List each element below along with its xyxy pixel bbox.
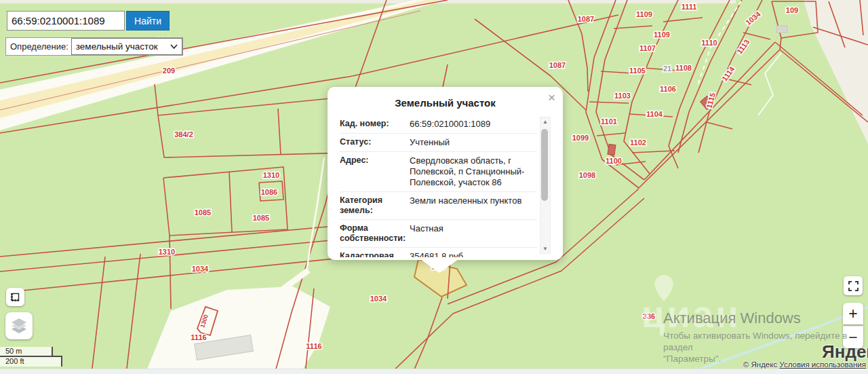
parcel-label: 1087 [578,15,594,23]
building [608,144,616,155]
popup-row-value: Учтенный [406,137,450,148]
popup-row-value: Земли населенных пунктов [406,195,521,216]
top-road-strip [0,0,736,3]
parcel-label: 1085 [195,208,211,217]
layers-button[interactable] [5,312,33,339]
parcel-label: 1116 [191,333,206,341]
popup-scrollbar[interactable]: ▲ ▼ [540,117,551,254]
search-input[interactable] [7,11,125,31]
close-icon[interactable]: × [548,91,555,104]
parcel-label: 1109 [654,31,670,39]
popup-row: Форма собственности:Частная [340,220,537,248]
parcel-label: 1106 [660,85,676,93]
fullscreen-icon [848,281,859,291]
info-popup: Земельный участок × Кад. номер:66:59:021… [328,87,563,260]
parcel-label: 1116 [306,342,321,350]
scroll-down-icon[interactable]: ▼ [540,246,550,252]
copyright: © Яндекс [743,360,777,369]
parcel-label: 1110 [701,39,717,47]
parcel-label: 21 [663,64,671,73]
measure-icon [9,291,21,303]
parcel-label: 384/2 [174,130,193,138]
filter-label: Определение: [6,38,71,55]
scroll-thumb[interactable] [541,129,548,201]
parcel-label: 1086 [261,188,277,196]
parcel-label: 209 [163,67,175,75]
popup-row-label: Категория земель: [340,195,406,216]
parcel-label: 1034 [370,295,387,303]
scale-bar-metric: 50 m [0,347,53,356]
popup-row-label: Форма собственности: [340,223,406,244]
layers-icon [9,316,28,335]
parcel-label: 1108 [675,64,692,72]
parcel-label: 1085 [253,214,269,222]
parcel-label: 1103 [614,92,631,100]
search-button[interactable]: Найти [126,11,170,31]
popup-row-label: Кад. номер: [340,119,406,130]
terms-link[interactable]: Условия использования [779,360,866,369]
activation-title: Активация Windows [663,310,868,327]
popup-row-value: Частная [406,223,443,244]
parcel-label: 1310 [159,248,175,256]
yandex-logo: Яндекс [822,341,868,362]
parcel-label: 109 [786,6,798,14]
measure-button[interactable] [6,288,24,306]
parcel-label: 1109 [636,10,652,18]
fullscreen-button[interactable] [844,276,863,295]
filter-select-value: земельный участок [76,41,158,52]
popup-pointer [420,259,458,273]
popup-row-label: Кадастровая стоимость: [340,251,406,257]
parcel-label: 1102 [630,138,646,147]
parcel-label: 1107 [639,44,656,52]
parcel-label: 1111 [682,3,697,11]
parcel-label: 1087 [549,61,566,69]
popup-row-value: Свердловская область, г Полевской, п Ста… [406,155,537,188]
parcel-label: 1310 [263,171,279,179]
filter-select[interactable]: земельный участок [71,38,182,55]
popup-row: Кадастровая стоимость:354681.8 руб [340,248,537,257]
popup-row-label: Статус: [340,137,406,148]
parcel-label: 1100 [606,157,622,165]
chevron-down-icon [170,44,178,49]
popup-row-label: Адрес: [340,155,406,188]
scale-bar-imperial: 200 ft [0,356,62,367]
popup-row-value: 354681.8 руб [406,251,463,257]
popup-row: Кад. номер:66:59:0210001:1089 [340,115,537,134]
map-credits: © Яндекс Условия использования [743,360,866,369]
parcel-label: 1034 [192,265,209,273]
bottom-strip [0,369,868,374]
popup-row: Адрес:Свердловская область, г Полевской,… [340,152,537,192]
parcel-label: 1101 [601,117,617,126]
popup-row: Статус:Учтенный [340,134,537,152]
filter-panel: Определение: земельный участок [5,37,183,56]
scroll-up-icon[interactable]: ▲ [540,119,550,125]
parcel-label: 1099 [572,134,589,142]
popup-title: Земельный участок [328,87,563,109]
parcel-label: 1105 [629,67,646,75]
search-panel: Найти [7,11,170,31]
parcel-label: 1104 [646,110,663,118]
popup-row-value: 66:59:0210001:1089 [406,119,490,130]
popup-row: Категория земель:Земли населенных пункто… [340,192,537,220]
building [776,26,787,33]
parcel-label: 1098 [579,171,595,179]
popup-rows: Кад. номер:66:59:0210001:1089Статус:Учте… [340,115,537,257]
